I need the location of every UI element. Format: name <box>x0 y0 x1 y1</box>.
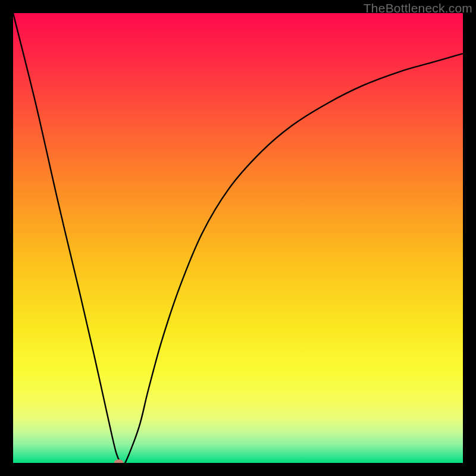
gradient-background <box>13 13 463 463</box>
chart-frame <box>13 13 463 463</box>
watermark-text: TheBottleneck.com <box>364 1 472 15</box>
bottleneck-chart <box>13 13 463 463</box>
